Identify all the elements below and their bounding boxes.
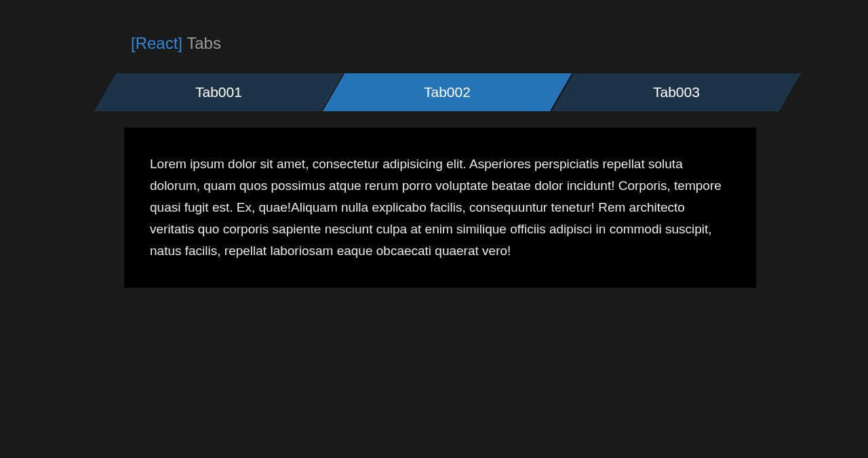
tabs-nav: Tab001 Tab002 Tab003 <box>105 73 790 111</box>
tab-content-panel: Lorem ipsum dolor sit amet, consectetur … <box>124 128 756 288</box>
tabs-container: Tab001 Tab002 Tab003 Lorem ipsum dolor s… <box>105 73 790 288</box>
tab-label: Tab001 <box>195 84 242 100</box>
tab-content-text: Lorem ipsum dolor sit amet, consectetur … <box>150 153 730 262</box>
tab-label: Tab002 <box>425 84 471 100</box>
title-text: Tabs <box>182 34 221 52</box>
tab-label: Tab003 <box>653 84 700 100</box>
tab-tab002[interactable]: Tab002 <box>323 73 572 111</box>
page-title: [React] Tabs <box>131 34 749 53</box>
tab-tab001[interactable]: Tab001 <box>94 73 344 111</box>
tab-tab003[interactable]: Tab003 <box>551 73 801 111</box>
title-bracket: [React] <box>131 34 182 52</box>
